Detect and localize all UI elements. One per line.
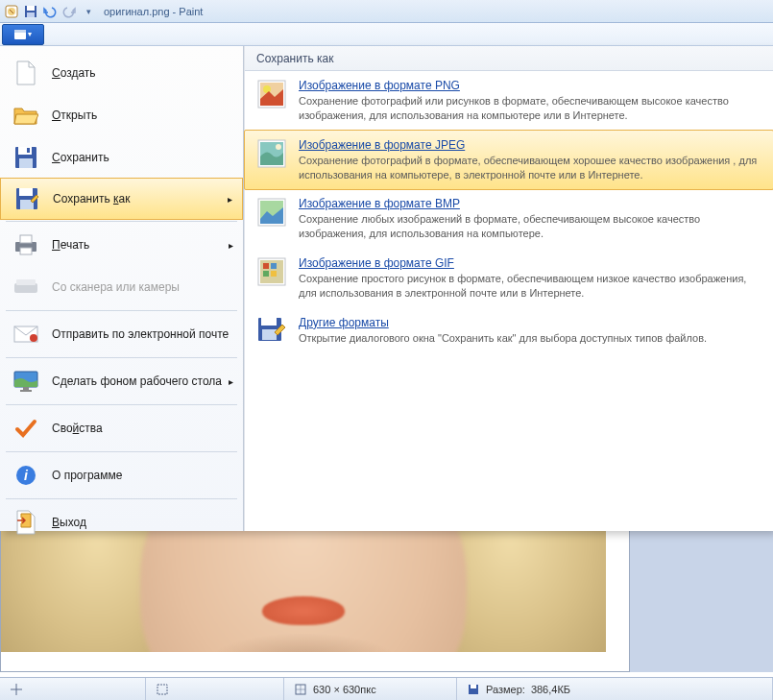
menu-label: Печать	[52, 238, 89, 252]
menu-print[interactable]: Печать ▸	[0, 224, 243, 266]
gif-image-icon	[256, 256, 287, 287]
status-cursor	[0, 678, 146, 700]
jpeg-image-icon	[256, 138, 287, 169]
png-image-icon	[256, 79, 287, 109]
menu-scanner: Со сканера или камеры	[0, 266, 243, 308]
menu-separator	[6, 357, 237, 358]
sub-desc: Сохранение фотографий или рисунков в фор…	[299, 94, 761, 123]
menu-label: Отправить по электронной почте	[52, 327, 229, 341]
filesize-icon	[467, 683, 480, 696]
svg-rect-18	[16, 279, 36, 285]
svg-rect-37	[271, 263, 277, 269]
sub-desc: Сохранение фотографий в формате, обеспеч…	[299, 154, 761, 182]
file-menu-backstage: Создать Открыть Сохранить Сохранить как …	[0, 46, 773, 531]
svg-rect-39	[271, 271, 277, 277]
status-bar: 630 × 630пкс Размер: 386,4КБ	[0, 677, 773, 700]
save-as-jpeg[interactable]: Изображение в формате JPEG Сохранение фо…	[244, 130, 773, 191]
ribbon-tabs: ▾	[0, 23, 773, 46]
svg-rect-9	[19, 158, 33, 168]
menu-properties[interactable]: Свойства	[0, 407, 243, 449]
dimensions-icon	[294, 683, 307, 696]
envelope-icon	[13, 322, 38, 347]
chevron-down-icon: ▾	[28, 30, 32, 38]
menu-save[interactable]: Сохранить	[0, 136, 243, 179]
menu-new[interactable]: Создать	[0, 52, 243, 94]
save-as-submenu: Сохранить как Изображение в формате PNG …	[244, 46, 773, 531]
save-as-bmp[interactable]: Изображение в формате BMP Сохранение люб…	[245, 189, 773, 249]
menu-save-as[interactable]: Сохранить как ▸	[0, 178, 243, 220]
menu-email[interactable]: Отправить по электронной почте	[0, 313, 243, 355]
desktop-icon	[13, 369, 38, 394]
svg-rect-41	[261, 318, 277, 326]
submenu-arrow-icon: ▸	[229, 240, 233, 251]
printer-icon	[13, 232, 38, 257]
svg-rect-4	[27, 12, 35, 17]
menu-open[interactable]: Открыть	[0, 94, 243, 136]
menu-separator	[6, 498, 237, 499]
cursor-pos-icon	[10, 683, 23, 696]
quick-access-toolbar: ▾	[4, 4, 96, 19]
svg-rect-16	[20, 248, 32, 254]
menu-exit[interactable]: Выход	[0, 501, 243, 543]
filesize-label: Размер:	[486, 684, 525, 695]
window-title: оригинал.png - Paint	[104, 6, 203, 17]
sub-title: Изображение в формате GIF	[299, 256, 761, 270]
file-menu-left: Создать Открыть Сохранить Сохранить как …	[0, 46, 244, 531]
svg-rect-23	[20, 390, 32, 392]
svg-point-20	[30, 334, 37, 342]
submenu-header: Сохранить как	[245, 46, 773, 71]
selection-size-icon	[156, 683, 169, 696]
file-menu-button[interactable]: ▾	[2, 24, 44, 45]
save-as-icon	[14, 186, 39, 211]
status-filesize: Размер: 386,4КБ	[457, 678, 773, 700]
sub-desc: Сохранение любых изображений в формате, …	[299, 212, 761, 241]
menu-separator	[6, 451, 237, 452]
undo-icon[interactable]	[42, 4, 58, 19]
exit-icon	[13, 510, 38, 535]
menu-separator	[6, 221, 237, 222]
menu-wallpaper[interactable]: Сделать фоном рабочего стола ▸	[0, 360, 243, 402]
menu-label: Выход	[52, 516, 86, 529]
submenu-arrow-icon: ▸	[228, 194, 232, 205]
menu-label: Со сканера или камеры	[52, 280, 180, 294]
qat-dropdown-icon[interactable]: ▾	[81, 4, 96, 19]
menu-separator	[6, 310, 237, 311]
svg-rect-12	[19, 188, 33, 196]
svg-rect-15	[20, 235, 32, 243]
open-folder-icon	[13, 103, 38, 128]
new-file-icon	[13, 60, 38, 85]
info-icon: i	[13, 463, 38, 488]
svg-rect-6	[14, 30, 26, 33]
file-icon	[14, 30, 26, 39]
svg-rect-43	[157, 685, 167, 694]
menu-label: Сохранить как	[53, 192, 130, 205]
status-dimensions: 630 × 630пкс	[284, 678, 457, 700]
menu-about[interactable]: i О программе	[0, 454, 243, 496]
sub-title: Изображение в формате JPEG	[299, 138, 761, 152]
menu-label: Открыть	[52, 109, 97, 122]
save-floppy-icon	[13, 145, 38, 170]
svg-rect-38	[263, 271, 269, 277]
menu-separator	[6, 404, 237, 405]
save-as-other[interactable]: Другие форматы Открытие диалогового окна…	[245, 308, 773, 354]
menu-label: Сделать фоном рабочего стола	[52, 374, 222, 388]
save-as-dialog-icon	[256, 316, 287, 347]
svg-rect-36	[263, 263, 269, 269]
svg-rect-3	[27, 6, 35, 11]
sub-desc: Открытие диалогового окна "Сохранить как…	[299, 331, 761, 346]
svg-rect-46	[471, 685, 476, 688]
menu-label: Создать	[52, 66, 96, 80]
save-icon[interactable]	[23, 4, 38, 19]
save-as-png[interactable]: Изображение в формате PNG Сохранение фот…	[245, 71, 773, 131]
title-bar: ▾ оригинал.png - Paint	[0, 0, 773, 23]
checkmark-icon	[13, 416, 38, 441]
bmp-image-icon	[256, 197, 287, 228]
sub-title: Другие форматы	[299, 316, 761, 329]
menu-label: Свойства	[52, 422, 103, 435]
save-as-gif[interactable]: Изображение в формате GIF Сохранение про…	[245, 249, 773, 308]
redo-icon[interactable]	[61, 4, 77, 19]
app-icon	[4, 4, 19, 19]
scanner-icon	[13, 275, 38, 300]
filesize-value: 386,4КБ	[531, 684, 570, 695]
svg-point-31	[276, 144, 281, 150]
